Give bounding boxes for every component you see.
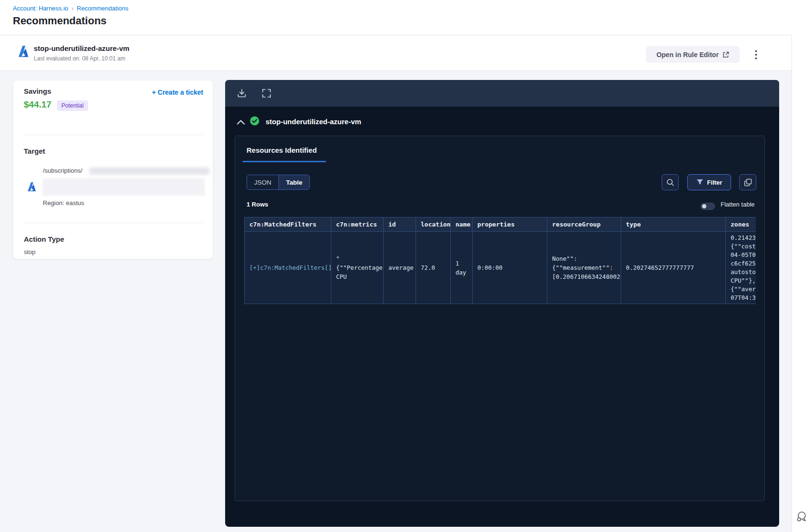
cell-location: 72.0 bbox=[416, 232, 451, 304]
breadcrumb-current-link[interactable]: Recommendations bbox=[77, 5, 128, 12]
col-header-metrics: c7n:metrics bbox=[331, 217, 384, 232]
col-header-location: location bbox=[416, 217, 451, 232]
breadcrumb: Account: Harness.io › Recommendations bbox=[13, 5, 129, 12]
cell-text: CPU bbox=[336, 272, 378, 281]
fullscreen-icon[interactable] bbox=[261, 88, 272, 99]
open-in-rule-editor-label: Open in Rule Editor bbox=[656, 51, 719, 59]
azure-icon-small bbox=[26, 181, 37, 192]
cell-properties: 0:00:00 bbox=[473, 232, 547, 304]
cell-text: 1 bbox=[456, 259, 467, 268]
support-chat-icon[interactable] bbox=[795, 510, 809, 523]
kebab-menu-button[interactable] bbox=[748, 48, 763, 61]
cell-resource-group: None"": {""measurement"": [0.20671066342… bbox=[547, 232, 621, 304]
cell-text: average bbox=[388, 263, 411, 272]
cell-text: 04-05T0 bbox=[731, 251, 756, 259]
col-header-id: id bbox=[384, 217, 416, 232]
external-link-icon bbox=[723, 51, 729, 58]
col-header-type: type bbox=[621, 217, 726, 232]
create-ticket-button[interactable]: + Create a ticket bbox=[152, 89, 203, 96]
open-in-rule-editor-button[interactable]: Open in Rule Editor bbox=[646, 46, 740, 63]
cell-text: 07T04:3 bbox=[731, 294, 756, 302]
cell-type: 0.20274652777777777 bbox=[621, 232, 726, 304]
cell-text: day bbox=[456, 268, 467, 277]
resources-table: c7n:MatchedFilters c7n:metrics id locati… bbox=[244, 217, 756, 304]
cell-text: {""Percentage bbox=[336, 263, 378, 272]
view-toggle-json[interactable]: JSON bbox=[247, 175, 278, 189]
recommendation-name: stop-underutilized-azure-vm bbox=[34, 44, 129, 52]
copy-icon bbox=[744, 178, 752, 187]
table-header-row: c7n:MatchedFilters c7n:metrics id locati… bbox=[245, 217, 756, 232]
cell-text: None"": bbox=[552, 254, 616, 263]
panel-rule-title: stop-underutilized-azure-vm bbox=[266, 118, 361, 126]
results-panel: stop-underutilized-azure-vm Resources Id… bbox=[225, 80, 779, 527]
filter-button[interactable]: Filter bbox=[687, 174, 731, 190]
search-icon bbox=[666, 178, 674, 187]
resources-card: Resources Identified JSON Table Filter bbox=[235, 136, 765, 501]
target-label: Target bbox=[24, 147, 45, 155]
breadcrumb-account-link[interactable]: Account: Harness.io bbox=[13, 5, 68, 12]
view-toggle-table[interactable]: Table bbox=[278, 175, 309, 189]
col-header-resource-group: resourceGroup bbox=[547, 217, 621, 232]
download-icon[interactable] bbox=[237, 88, 247, 99]
target-path: /subscriptions/ bbox=[43, 167, 82, 174]
matched-filters-expand-link[interactable]: [+]c7n:MatchedFilters[] bbox=[249, 264, 331, 271]
action-type-label: Action Type bbox=[24, 235, 64, 243]
cell-text: 72.0 bbox=[421, 263, 446, 272]
flatten-table-toggle[interactable] bbox=[701, 203, 715, 210]
view-toggle: JSON Table bbox=[247, 175, 310, 190]
card-divider bbox=[24, 135, 203, 135]
cell-name: 1 day bbox=[451, 232, 473, 304]
tab-underline bbox=[242, 161, 326, 162]
col-header-name: name bbox=[451, 217, 473, 232]
right-rail bbox=[792, 35, 812, 532]
cell-text: {""cost bbox=[731, 242, 756, 251]
success-check-icon bbox=[250, 116, 259, 126]
cell-text: 0:00:00 bbox=[477, 263, 542, 272]
tab-resources-identified[interactable]: Resources Identified bbox=[247, 146, 317, 154]
recommendations-page: Account: Harness.io › Recommendations Re… bbox=[0, 0, 812, 532]
cell-text: CPU""}, bbox=[731, 276, 756, 285]
card-divider bbox=[24, 223, 203, 223]
filter-funnel-icon bbox=[696, 179, 703, 186]
cell-zones: 0.21423 {""cost 04-05T0 c6cf625 autosto … bbox=[726, 232, 756, 304]
table-row: [+]c7n:MatchedFilters[] " {""Percentage … bbox=[245, 232, 756, 304]
collapse-chevron-icon[interactable] bbox=[237, 119, 245, 126]
cell-text: 0.21423 bbox=[731, 234, 756, 242]
cell-text: [0.20671066342480027 bbox=[552, 272, 616, 281]
cell-text: autosto bbox=[731, 268, 756, 276]
cell-matched-filters: [+]c7n:MatchedFilters[] bbox=[245, 232, 331, 304]
breadcrumb-separator: › bbox=[71, 5, 73, 12]
copy-button[interactable] bbox=[739, 174, 756, 190]
cell-text: {""measurement"": bbox=[552, 263, 616, 272]
cell-text: {""aver bbox=[731, 285, 756, 294]
toggle-knob bbox=[702, 204, 706, 208]
last-evaluated-text: Last evaluated on: 08 Apr, 10:01 am bbox=[34, 55, 125, 62]
cell-metrics: " {""Percentage CPU bbox=[331, 232, 384, 304]
savings-amount: $44.17 bbox=[24, 99, 51, 110]
panel-toolbar bbox=[225, 80, 779, 107]
col-header-zones: zones bbox=[726, 217, 756, 232]
redacted-target-block bbox=[43, 178, 205, 196]
kebab-icon bbox=[755, 50, 757, 59]
page-title: Recommendations bbox=[13, 15, 107, 27]
redacted-subscription-id bbox=[89, 167, 209, 175]
col-header-matched-filters: c7n:MatchedFilters bbox=[245, 217, 331, 232]
cell-text: c6cf625 bbox=[731, 259, 756, 268]
potential-badge: Potential bbox=[57, 100, 88, 111]
savings-label: Savings bbox=[24, 87, 51, 95]
azure-icon bbox=[17, 45, 30, 58]
filter-label: Filter bbox=[707, 179, 723, 186]
col-header-properties: properties bbox=[473, 217, 547, 232]
cell-text: 0.20274652777777777 bbox=[626, 263, 721, 272]
target-region: Region: eastus bbox=[43, 199, 84, 207]
action-type-value: stop bbox=[24, 248, 36, 256]
rows-count: 1 Rows bbox=[247, 201, 268, 208]
flatten-table-label: Flatten table bbox=[721, 201, 755, 208]
summary-card: Savings + Create a ticket $44.17 Potenti… bbox=[13, 80, 213, 259]
cell-id: average bbox=[384, 232, 416, 304]
cell-text: " bbox=[336, 254, 378, 263]
resources-table-wrapper[interactable]: c7n:MatchedFilters c7n:metrics id locati… bbox=[244, 217, 756, 304]
header-divider bbox=[0, 35, 792, 35]
search-button[interactable] bbox=[662, 174, 679, 190]
